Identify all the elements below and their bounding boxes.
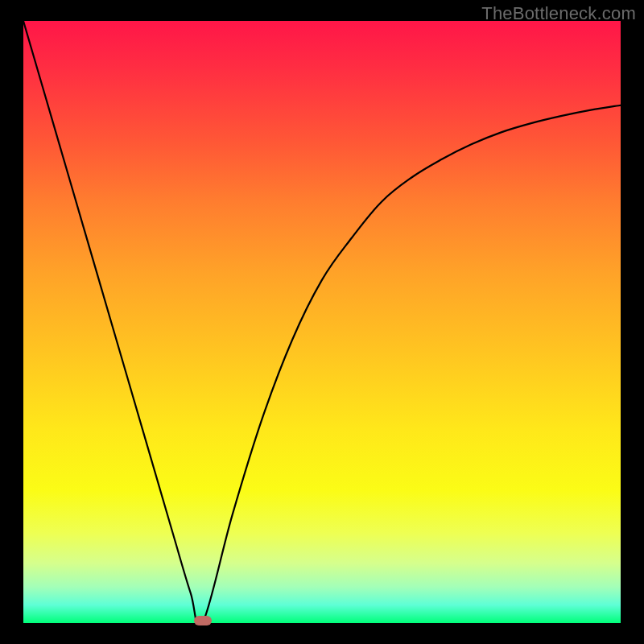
chart-frame [23,21,621,623]
minimum-marker [194,616,212,625]
bottleneck-curve-path [23,21,621,627]
chart-curve-svg [23,21,621,623]
